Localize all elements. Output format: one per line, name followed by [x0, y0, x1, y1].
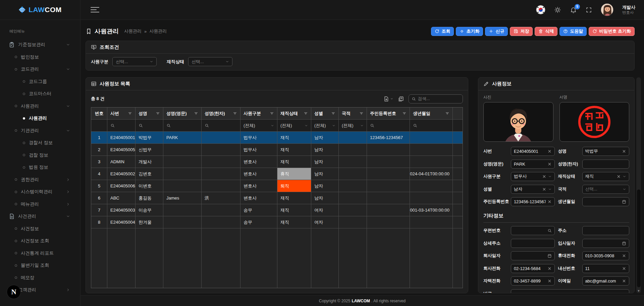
cell-사번: E240405005 — [107, 144, 136, 156]
table-row[interactable]: 3ADMIN개발사변호사재직남자 — [91, 156, 463, 168]
filter-cell-재직상태[interactable]: (전체) — [277, 120, 311, 131]
재직상태-select[interactable]: 선택... — [188, 57, 232, 66]
table-row[interactable]: 7E240405003이송무송무재직여자2001-03-14T00:00:00 — [91, 204, 463, 216]
export-button[interactable] — [383, 96, 393, 102]
주소-input[interactable] — [582, 226, 630, 235]
brand-logo[interactable]: LAWCOM — [0, 0, 80, 19]
사원구분-input[interactable]: 법무사 — [511, 172, 555, 181]
filter-cell-생년월일[interactable] — [410, 120, 453, 131]
사번-input[interactable]: E240405001 — [511, 147, 555, 156]
sidebar-item-사원관리[interactable]: 사원관리 — [0, 100, 80, 113]
상세주소-input[interactable] — [511, 239, 555, 248]
grid-search-box[interactable] — [409, 94, 463, 103]
filter-cell-성명(한자)[interactable] — [202, 120, 240, 131]
회사전화-input[interactable]: 02-1234-5684 — [511, 264, 555, 273]
column-header-재직상태[interactable]: 재직상태 — [277, 107, 311, 119]
우편번호-input[interactable] — [511, 226, 555, 235]
sidebar-item-메뉴관리[interactable]: 메뉴관리 — [0, 198, 80, 211]
filter-cell-성별[interactable]: (전체) — [311, 120, 339, 131]
column-header-주민등록번호[interactable]: 주민등록번호 — [367, 107, 410, 119]
성별-input[interactable]: 남자 — [511, 185, 555, 194]
filter-cell-국적[interactable]: (전체) — [339, 120, 367, 131]
sidebar-item-사건정보[interactable]: 사건정보 — [0, 223, 80, 235]
sidebar-item-시스템이력관리[interactable]: 시스템이력관리 — [0, 186, 80, 198]
table-row[interactable]: 8E240405004한겨울송무재직여자 — [91, 216, 463, 228]
theme-sun-icon[interactable] — [554, 6, 561, 13]
breadcrumb-item[interactable]: 사원관리 — [124, 28, 142, 34]
재직상태-input[interactable]: 재직 — [582, 172, 630, 181]
성명(한자)-input[interactable] — [582, 160, 630, 169]
신규-button[interactable]: 신규 — [485, 27, 508, 36]
table-row[interactable]: 6ABC홍길동James洪변호사재직남자 — [91, 192, 463, 204]
사원구분-select[interactable]: 선택... — [112, 57, 157, 66]
column-header-성명[interactable]: 성명 — [136, 107, 163, 119]
memo-fab-button[interactable]: N — [7, 285, 21, 299]
column-header-성명(영문)[interactable]: 성명(영문) — [163, 107, 202, 119]
language-korea-flag-icon[interactable] — [536, 5, 545, 14]
도움말-button[interactable]: 도움말 — [559, 27, 587, 36]
scrollbar-thumb[interactable] — [637, 189, 641, 287]
sidebar-item-경찰서-정보[interactable]: 경찰서 정보 — [0, 137, 80, 149]
filter-cell-주민등록번호[interactable] — [367, 120, 410, 131]
성명-input[interactable]: 박법무 — [582, 147, 630, 156]
sidebar-item-불변기일-조회[interactable]: 불변기일 조회 — [0, 259, 80, 272]
table-row[interactable]: 5E240405006이변호변호사퇴직남자 — [91, 180, 463, 192]
자택전화-input[interactable]: 02-3457-8899 — [511, 276, 555, 286]
sidebar-item-사건관리[interactable]: 사건관리 — [0, 210, 80, 223]
sidebar-item-검찰-정보[interactable]: 검찰 정보 — [0, 149, 80, 162]
filter-cell-사원구분[interactable]: (전체) — [240, 120, 277, 131]
sidebar-item-사원관리[interactable]: 사원관리 — [0, 112, 80, 125]
grid-search-input[interactable] — [418, 96, 460, 101]
column-header-사원구분[interactable]: 사원구분 — [240, 107, 277, 119]
employee-photo[interactable] — [483, 102, 553, 142]
column-header-번호[interactable]: 번호 — [91, 107, 107, 119]
비밀번호 초기화-button[interactable]: 비밀번호 초기화 — [589, 27, 635, 36]
sidebar-item-권한관리[interactable]: 권한관리 — [0, 174, 80, 186]
퇴사일자-input[interactable] — [511, 251, 555, 260]
휴대전화-input[interactable]: 010-3035-0908 — [582, 251, 630, 260]
삭제-button[interactable]: 삭제 — [535, 27, 557, 36]
column-settings-button[interactable] — [398, 96, 404, 102]
비고-input[interactable] — [511, 289, 629, 293]
filter-cell-성명(영문)[interactable] — [163, 120, 202, 131]
sidebar-toggle-hamburger-icon[interactable] — [91, 5, 99, 14]
column-header-사번[interactable]: 사번 — [107, 107, 136, 119]
초기화-button[interactable]: 초기화 — [456, 27, 483, 36]
column-header-생년월일[interactable]: 생년월일 — [410, 107, 453, 119]
sidebar-item-코드그룹[interactable]: 코드그룹 — [0, 76, 80, 88]
조회-button[interactable]: 조회 — [431, 27, 454, 36]
employee-signature[interactable] — [559, 102, 630, 142]
sidebar-item-메모장[interactable]: 메모장 — [0, 272, 80, 284]
sidebar-item-사건정보-조회[interactable]: 사건정보 조회 — [0, 235, 80, 247]
scrollbar-down-arrow[interactable]: ▼ — [636, 289, 641, 293]
notifications-bell-icon[interactable]: 5 — [570, 6, 577, 13]
filter-cell-사번[interactable] — [107, 120, 136, 131]
sidebar-item-기준정보관리[interactable]: 기준정보관리 — [0, 39, 80, 51]
sidebar-item-기관관리[interactable]: 기관관리 — [0, 125, 80, 137]
입사일자-input[interactable] — [582, 239, 630, 248]
field-비고: 비고 — [483, 289, 629, 293]
table-row[interactable]: 4E240405002김변호변호사휴직남자2024-04-01T00:00:00 — [91, 168, 463, 180]
user-info[interactable]: 개발사 변호사 — [622, 5, 635, 15]
column-header-성명(한자)[interactable]: 성명(한자) — [202, 107, 240, 119]
생년월일-input[interactable] — [582, 197, 630, 206]
이메일-input[interactable]: abc@gmail.com — [582, 276, 630, 286]
sidebar-item-사건통계-리포트[interactable]: 사건통계 리포트 — [0, 247, 80, 260]
filter-cell-성명[interactable] — [136, 120, 163, 131]
sidebar-item-법원-정보[interactable]: 법원 정보 — [0, 161, 80, 174]
주민등록번호-input[interactable]: 123456-1234567 — [511, 197, 555, 206]
sidebar-item-코드마스터[interactable]: 코드마스터 — [0, 88, 80, 100]
sidebar-item-법인정보[interactable]: 법인정보 — [0, 51, 80, 63]
국적-input[interactable]: 선택... — [582, 185, 630, 194]
column-header-성별[interactable]: 성별 — [311, 107, 339, 119]
성명(영문)-input[interactable]: PARK — [511, 160, 555, 169]
column-header-국적[interactable]: 국적 — [339, 107, 367, 119]
sidebar-item-코드관리[interactable]: 코드관리 — [0, 63, 80, 76]
저장-button[interactable]: 저장 — [510, 27, 533, 36]
table-row[interactable]: 1E240405001박법무PARK법무사재직남자123456-1234567 — [91, 132, 463, 144]
table-row[interactable]: 2E240405005신법무법무사재직남자 — [91, 144, 463, 156]
user-avatar[interactable] — [601, 3, 613, 16]
내선번호-input[interactable]: 11 — [582, 264, 630, 273]
fullscreen-icon[interactable] — [586, 7, 592, 13]
detail-scrollbar[interactable]: ▼ — [636, 77, 641, 293]
